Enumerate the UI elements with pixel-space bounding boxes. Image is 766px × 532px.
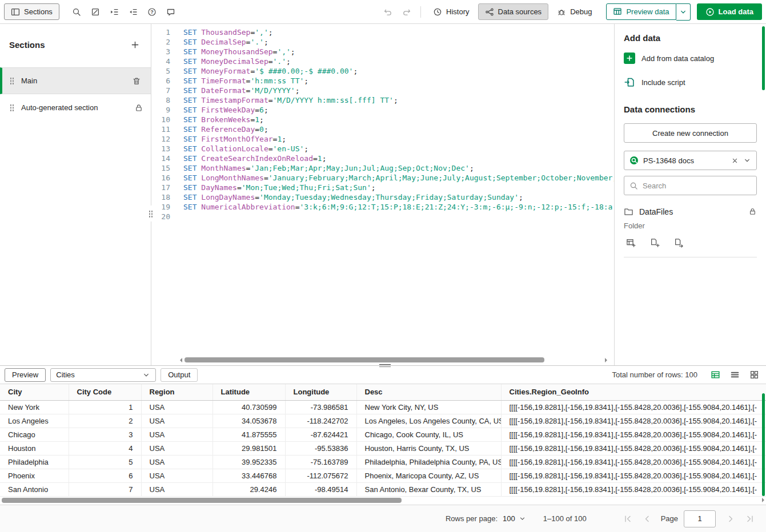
grid-view-button[interactable] bbox=[747, 368, 761, 382]
panel-resize-handle[interactable] bbox=[379, 363, 391, 368]
undo-button[interactable] bbox=[379, 3, 396, 21]
column-header[interactable]: City bbox=[0, 384, 69, 400]
code-line[interactable]: SET CollationLocale='en-US'; bbox=[183, 144, 614, 154]
code-line[interactable]: SET LongMonthNames='January;February;Mar… bbox=[183, 173, 614, 183]
code-content[interactable]: SET ThousandSep=',';SET DecimalSep='.';S… bbox=[178, 24, 614, 365]
table-row[interactable]: San Antonio7USA29.4246-98.49514San Anton… bbox=[0, 482, 766, 496]
connection-search-input[interactable] bbox=[643, 182, 751, 190]
dataset-select[interactable]: Cities bbox=[50, 368, 156, 382]
code-line[interactable]: SET MoneyDecimalSep='.'; bbox=[183, 57, 614, 66]
indent-button[interactable] bbox=[106, 3, 123, 21]
include-script-button[interactable]: Include script bbox=[624, 70, 757, 94]
code-line[interactable]: SET LongDayNames='Monday;Tuesday;Wednesd… bbox=[183, 192, 614, 202]
column-header[interactable]: Region bbox=[141, 384, 212, 400]
previous-page-button[interactable] bbox=[639, 511, 655, 527]
code-line[interactable]: SET DecimalSep='.'; bbox=[183, 37, 614, 47]
connection-item[interactable]: DataFiles Folder bbox=[624, 207, 757, 257]
connection-search[interactable] bbox=[624, 176, 757, 195]
table-view-button[interactable] bbox=[708, 368, 723, 382]
data-connections-title: Data connections bbox=[624, 104, 757, 114]
code-line[interactable]: SET MoneyFormat='$ ###0.00;-$ ###0.00'; bbox=[183, 66, 614, 76]
insert-script-button[interactable] bbox=[648, 236, 661, 249]
redo-button[interactable] bbox=[398, 3, 415, 21]
first-page-button[interactable] bbox=[620, 511, 636, 527]
table-vertical-scrollbar[interactable] bbox=[762, 393, 765, 496]
outdent-button[interactable] bbox=[125, 3, 142, 21]
column-header[interactable]: Cities.Region_GeoInfo bbox=[501, 384, 766, 400]
code-line[interactable]: SET NumericalAbbreviation='3:k;6:M;9:G;1… bbox=[183, 202, 614, 212]
table-row[interactable]: Houston4USA29.981501-95.53836Houston, Ha… bbox=[0, 441, 766, 455]
table-horizontal-scrollbar[interactable] bbox=[2, 498, 402, 503]
column-header[interactable]: Latitude bbox=[212, 384, 285, 400]
sections-toggle-button[interactable]: Sections bbox=[4, 3, 59, 20]
panel-resize-handle[interactable] bbox=[148, 205, 154, 221]
code-line[interactable]: SET FirstWeekDay=6; bbox=[183, 105, 614, 115]
history-button[interactable]: History bbox=[426, 3, 476, 20]
preview-data-button[interactable]: Preview data bbox=[606, 3, 676, 20]
code-line[interactable]: SET TimestampFormat='M/D/YYYY h:mm:ss[.f… bbox=[183, 95, 614, 105]
code-line[interactable]: SET MonthNames='Jan;Feb;Mar;Apr;May;Jun;… bbox=[183, 163, 614, 173]
scrollbar-thumb[interactable] bbox=[185, 357, 544, 362]
add-section-button[interactable] bbox=[128, 38, 142, 51]
table-row[interactable]: Phoenix6USA33.446768-112.075672Phoenix, … bbox=[0, 469, 766, 482]
sidebar-item-auto-generated[interactable]: Auto-generated section bbox=[0, 94, 151, 121]
scroll-left-icon[interactable] bbox=[180, 358, 182, 362]
debug-button[interactable]: Debug bbox=[550, 3, 599, 20]
last-page-button[interactable] bbox=[742, 511, 758, 527]
scroll-right-icon[interactable] bbox=[762, 498, 764, 502]
code-line[interactable]: SET BrokenWeeks=1; bbox=[183, 115, 614, 124]
sidebar-item-main[interactable]: Main bbox=[0, 67, 151, 94]
next-page-button[interactable] bbox=[723, 511, 739, 527]
clear-icon[interactable] bbox=[731, 157, 739, 164]
code-line[interactable]: SET DayNames='Mon;Tue;Wed;Thu;Fri;Sat;Su… bbox=[183, 183, 614, 192]
editor-horizontal-scrollbar[interactable] bbox=[180, 357, 607, 362]
table-row[interactable]: Philadelphia5USA39.952335-75.163789Phila… bbox=[0, 455, 766, 469]
select-data-button[interactable] bbox=[624, 236, 637, 249]
search-button[interactable] bbox=[68, 3, 85, 21]
rows-per-page-select[interactable]: 100 bbox=[503, 514, 526, 523]
comment-code-button[interactable] bbox=[87, 3, 104, 21]
table-cell: 1 bbox=[69, 400, 141, 414]
table-cell: USA bbox=[141, 469, 212, 482]
code-line[interactable]: SET CreateSearchIndexOnReload=1; bbox=[183, 154, 614, 163]
column-header[interactable]: City Code bbox=[69, 384, 141, 400]
history-icon bbox=[433, 7, 442, 17]
scroll-right-icon[interactable] bbox=[605, 358, 607, 362]
chevron-down-icon[interactable] bbox=[743, 156, 751, 164]
drag-handle-icon[interactable] bbox=[10, 77, 14, 84]
connection-item-header[interactable]: DataFiles bbox=[624, 207, 757, 216]
load-data-button[interactable]: Load data bbox=[697, 3, 762, 20]
column-header[interactable]: Longitude bbox=[285, 384, 356, 400]
data-sources-button[interactable]: Data sources bbox=[478, 3, 549, 20]
code-line[interactable]: SET ReferenceDay=0; bbox=[183, 124, 614, 134]
table-row[interactable]: Los Angeles2USA34.053678-118.242702Los A… bbox=[0, 414, 766, 428]
preview-data-icon bbox=[613, 7, 622, 16]
code-line[interactable]: SET MoneyThousandSep=','; bbox=[183, 47, 614, 57]
preview-data-dropdown-button[interactable] bbox=[676, 3, 691, 21]
table-row[interactable]: New York1USA40.730599-73.986581New York … bbox=[0, 400, 766, 414]
table-cell: -118.242702 bbox=[285, 414, 356, 428]
add-note-button[interactable] bbox=[162, 3, 179, 21]
code-line[interactable] bbox=[183, 212, 614, 221]
script-editor[interactable]: 1234567891011121314151617181920 SET Thou… bbox=[151, 24, 614, 365]
table-cell: Chicago, Cook County, IL, US bbox=[356, 428, 501, 441]
code-line[interactable]: SET FirstMonthOfYear=1; bbox=[183, 134, 614, 144]
code-line[interactable]: SET DateFormat='M/D/YYYY'; bbox=[183, 86, 614, 95]
edit-connection-button[interactable] bbox=[672, 236, 685, 249]
preview-tab-button[interactable]: Preview bbox=[5, 368, 46, 382]
help-button[interactable]: ? bbox=[143, 3, 161, 21]
page-input[interactable] bbox=[684, 510, 716, 527]
delete-section-button[interactable] bbox=[130, 74, 143, 88]
create-connection-button[interactable]: Create new connection bbox=[624, 123, 757, 143]
vertical-scrollbar[interactable] bbox=[762, 26, 765, 90]
output-tab-button[interactable]: Output bbox=[161, 368, 198, 382]
add-from-catalog-button[interactable]: Add from data catalog bbox=[624, 46, 757, 70]
code-line[interactable]: SET ThousandSep=','; bbox=[183, 27, 614, 37]
scrollbar-track[interactable] bbox=[185, 357, 603, 362]
code-line[interactable]: SET TimeFormat='h:mm:ss TT'; bbox=[183, 76, 614, 86]
list-view-button[interactable] bbox=[727, 368, 742, 382]
table-cell: [[[[-156,19.8281],[-156,19.8341],[-155.8… bbox=[501, 441, 766, 455]
connection-select[interactable]: PS-13648 docs bbox=[624, 151, 757, 170]
column-header[interactable]: Desc bbox=[356, 384, 501, 400]
table-row[interactable]: Chicago3USA41.875555-87.624421Chicago, C… bbox=[0, 428, 766, 441]
